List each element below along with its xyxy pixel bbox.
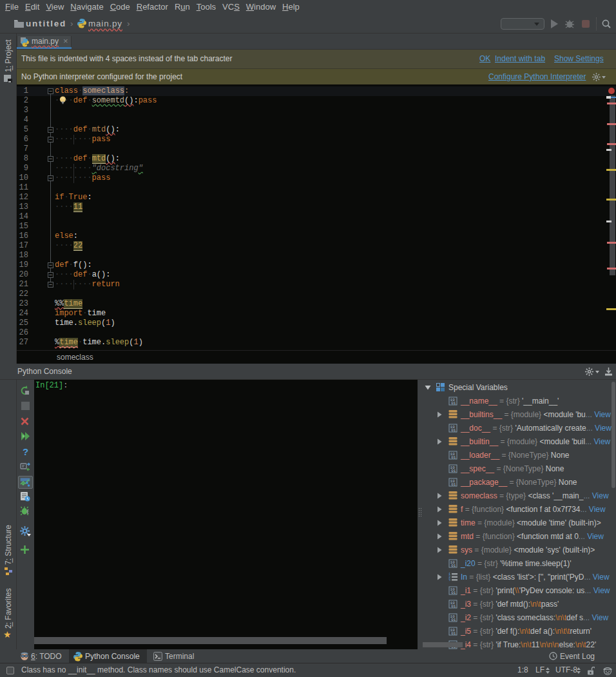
svg-text:01: 01 [451,604,456,609]
svg-text:01: 01 [451,428,456,433]
svg-text:01: 01 [451,455,456,460]
svg-text:01: 01 [451,469,456,473]
svg-text:01: 01 [451,618,456,622]
svg-text:01: 01 [451,631,456,636]
svg-text:01: 01 [451,401,456,406]
svg-text:01: 01 [451,564,456,568]
svg-text:01: 01 [451,591,456,595]
svg-text:01: 01 [451,482,456,487]
svg-text:3: 3 [448,578,450,581]
